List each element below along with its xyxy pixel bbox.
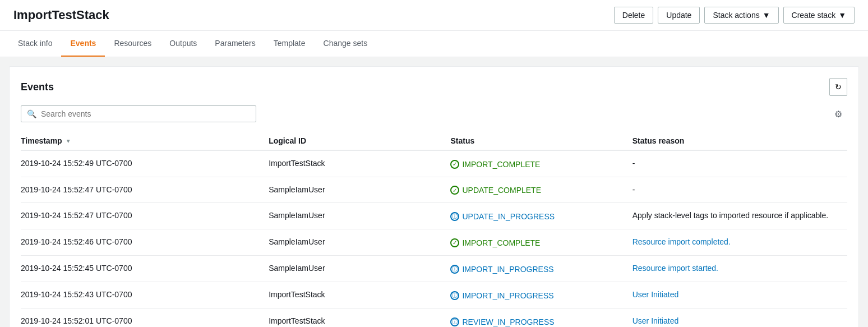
table-row: 2019-10-24 15:52:47 UTC-0700 SampleIamUs… bbox=[21, 177, 847, 203]
search-input[interactable] bbox=[41, 109, 250, 118]
tab-outputs[interactable]: Outputs bbox=[160, 31, 206, 57]
main-content: Events ↻ 🔍 ⚙ Timestamp ▼ bbox=[0, 57, 868, 327]
status-icon: ✓ bbox=[450, 238, 459, 247]
table-row: 2019-10-24 15:52:47 UTC-0700 SampleIamUs… bbox=[21, 203, 847, 229]
cell-timestamp: 2019-10-24 15:52:47 UTC-0700 bbox=[21, 203, 269, 229]
cell-status-reason: - bbox=[632, 177, 847, 203]
cell-logical-id: ImportTestStack bbox=[269, 282, 450, 308]
cell-logical-id: ImportTestStack bbox=[269, 150, 450, 177]
delete-button[interactable]: Delete bbox=[614, 7, 653, 24]
status-reason-link[interactable]: Resource import completed. bbox=[632, 237, 731, 246]
col-header-status-reason: Status reason bbox=[632, 132, 847, 150]
search-row: 🔍 ⚙ bbox=[21, 105, 847, 123]
cell-timestamp: 2019-10-24 15:52:49 UTC-0700 bbox=[21, 150, 269, 177]
status-reason-text: - bbox=[632, 185, 635, 194]
status-badge: ⓘ IMPORT_IN_PROGRESS bbox=[450, 265, 553, 274]
status-badge: ⓘ REVIEW_IN_PROGRESS bbox=[450, 317, 554, 326]
status-reason-text: - bbox=[632, 159, 635, 168]
cell-timestamp: 2019-10-24 15:52:01 UTC-0700 bbox=[21, 308, 269, 327]
cell-logical-id: SampleIamUser bbox=[269, 203, 450, 229]
status-reason-link[interactable]: Resource import started. bbox=[632, 264, 718, 273]
tab-resources[interactable]: Resources bbox=[105, 31, 160, 57]
cell-status-reason: User Initiated bbox=[632, 282, 847, 308]
cell-status-reason: - bbox=[632, 150, 847, 177]
table-row: 2019-10-24 15:52:43 UTC-0700 ImportTestS… bbox=[21, 282, 847, 308]
table-row: 2019-10-24 15:52:46 UTC-0700 SampleIamUs… bbox=[21, 229, 847, 256]
cell-status-reason: Apply stack-level tags to imported resou… bbox=[632, 203, 847, 229]
tab-template[interactable]: Template bbox=[265, 31, 315, 57]
status-badge: ✓ UPDATE_COMPLETE bbox=[450, 186, 541, 195]
header-actions: Delete Update Stack actions ▼ Create sta… bbox=[614, 7, 855, 24]
cell-logical-id: SampleIamUser bbox=[269, 255, 450, 282]
tab-stack-info[interactable]: Stack info bbox=[9, 31, 61, 57]
stack-actions-button[interactable]: Stack actions ▼ bbox=[704, 7, 778, 24]
cell-status: ⓘ REVIEW_IN_PROGRESS bbox=[450, 308, 632, 327]
col-header-status: Status bbox=[450, 132, 632, 150]
refresh-button[interactable]: ↻ bbox=[829, 78, 847, 96]
status-text: IMPORT_IN_PROGRESS bbox=[462, 265, 553, 274]
tab-events[interactable]: Events bbox=[61, 31, 105, 57]
cell-status: ✓ IMPORT_COMPLETE bbox=[450, 150, 632, 177]
cell-timestamp: 2019-10-24 15:52:45 UTC-0700 bbox=[21, 255, 269, 282]
table-row: 2019-10-24 15:52:01 UTC-0700 ImportTestS… bbox=[21, 308, 847, 327]
status-badge: ⓘ IMPORT_IN_PROGRESS bbox=[450, 291, 553, 300]
table-header-row: Timestamp ▼ Logical ID Status Status rea… bbox=[21, 132, 847, 150]
status-reason-link[interactable]: User Initiated bbox=[632, 290, 678, 299]
cell-timestamp: 2019-10-24 15:52:43 UTC-0700 bbox=[21, 282, 269, 308]
update-button[interactable]: Update bbox=[658, 7, 700, 24]
cell-status: ✓ UPDATE_COMPLETE bbox=[450, 177, 632, 203]
cell-status: ✓ IMPORT_COMPLETE bbox=[450, 229, 632, 256]
cell-timestamp: 2019-10-24 15:52:46 UTC-0700 bbox=[21, 229, 269, 256]
chevron-down-icon: ▼ bbox=[838, 11, 846, 20]
status-icon: ⓘ bbox=[450, 291, 459, 300]
status-badge: ✓ IMPORT_COMPLETE bbox=[450, 160, 540, 169]
events-panel: Events ↻ 🔍 ⚙ Timestamp ▼ bbox=[9, 66, 859, 327]
status-text: REVIEW_IN_PROGRESS bbox=[462, 317, 554, 326]
status-badge: ✓ IMPORT_COMPLETE bbox=[450, 238, 540, 247]
col-header-logical-id: Logical ID bbox=[269, 132, 450, 150]
status-reason-link[interactable]: User Initiated bbox=[632, 316, 678, 325]
events-title: Events bbox=[21, 81, 54, 93]
status-text: UPDATE_COMPLETE bbox=[462, 186, 541, 195]
cell-timestamp: 2019-10-24 15:52:47 UTC-0700 bbox=[21, 177, 269, 203]
tab-change-sets[interactable]: Change sets bbox=[315, 31, 377, 57]
cell-status: ⓘ IMPORT_IN_PROGRESS bbox=[450, 255, 632, 282]
status-icon: ✓ bbox=[450, 186, 459, 195]
page-title: ImportTestStack bbox=[13, 8, 109, 22]
cell-status-reason: User Initiated bbox=[632, 308, 847, 327]
status-text: IMPORT_IN_PROGRESS bbox=[462, 291, 553, 300]
page-header: ImportTestStack Delete Update Stack acti… bbox=[0, 0, 868, 31]
events-header: Events ↻ bbox=[21, 78, 847, 96]
cell-status: ⓘ UPDATE_IN_PROGRESS bbox=[450, 203, 632, 229]
tabs-nav: Stack info Events Resources Outputs Para… bbox=[0, 31, 868, 57]
status-icon: ⓘ bbox=[450, 317, 459, 326]
events-table: Timestamp ▼ Logical ID Status Status rea… bbox=[21, 132, 847, 327]
table-row: 2019-10-24 15:52:49 UTC-0700 ImportTestS… bbox=[21, 150, 847, 177]
cell-logical-id: ImportTestStack bbox=[269, 308, 450, 327]
gear-icon: ⚙ bbox=[834, 109, 842, 119]
status-icon: ⓘ bbox=[450, 265, 459, 274]
status-text: IMPORT_COMPLETE bbox=[462, 160, 540, 169]
cell-logical-id: SampleIamUser bbox=[269, 229, 450, 256]
status-text: IMPORT_COMPLETE bbox=[462, 238, 540, 247]
sort-icon[interactable]: ▼ bbox=[66, 138, 71, 144]
cell-logical-id: SampleIamUser bbox=[269, 177, 450, 203]
status-text: UPDATE_IN_PROGRESS bbox=[462, 212, 555, 221]
status-reason-text: Apply stack-level tags to imported resou… bbox=[632, 211, 828, 220]
tab-parameters[interactable]: Parameters bbox=[206, 31, 264, 57]
create-stack-button[interactable]: Create stack ▼ bbox=[783, 7, 855, 24]
refresh-icon: ↻ bbox=[835, 82, 842, 91]
search-container: 🔍 bbox=[21, 105, 256, 122]
status-icon: ⓘ bbox=[450, 212, 459, 221]
chevron-down-icon: ▼ bbox=[763, 11, 770, 20]
settings-button[interactable]: ⚙ bbox=[829, 105, 847, 123]
status-icon: ✓ bbox=[450, 160, 459, 169]
cell-status-reason: Resource import started. bbox=[632, 255, 847, 282]
cell-status-reason: Resource import completed. bbox=[632, 229, 847, 256]
status-badge: ⓘ UPDATE_IN_PROGRESS bbox=[450, 212, 555, 221]
col-header-timestamp: Timestamp ▼ bbox=[21, 132, 269, 150]
table-row: 2019-10-24 15:52:45 UTC-0700 SampleIamUs… bbox=[21, 255, 847, 282]
cell-status: ⓘ IMPORT_IN_PROGRESS bbox=[450, 282, 632, 308]
search-icon: 🔍 bbox=[27, 109, 36, 118]
